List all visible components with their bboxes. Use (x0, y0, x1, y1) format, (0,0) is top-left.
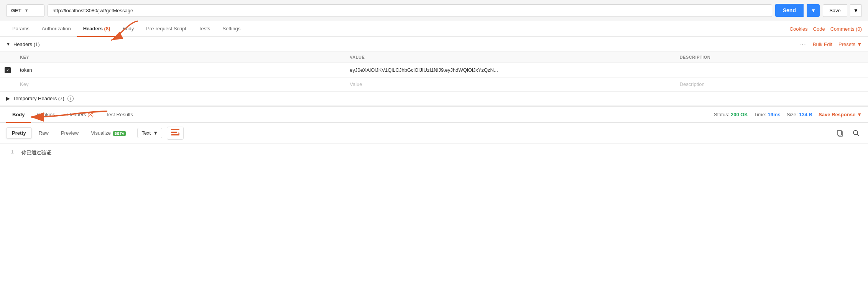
method-label: GET (11, 8, 21, 13)
response-tab-cookies[interactable]: Cookies (31, 107, 61, 123)
line-numbers: 1 (6, 149, 14, 156)
headers-table: KEY VALUE DESCRIPTION token eyJ0eXAiOiJK… (0, 52, 868, 91)
time-value: 19ms (768, 112, 781, 117)
format-label: Text (141, 130, 151, 136)
value-col-header: VALUE (345, 52, 675, 63)
format-chevron-icon: ▼ (153, 130, 158, 136)
code-content: 你已通过验证 (21, 149, 51, 156)
save-dropdown-button[interactable]: ▼ (850, 4, 862, 17)
presets-chevron-icon: ▼ (857, 41, 862, 47)
response-tab-test-results[interactable]: Test Results (100, 107, 139, 123)
row-key-cell[interactable]: token (15, 63, 345, 78)
comments-link[interactable]: Comments (0) (830, 26, 862, 32)
table-row-placeholder: Key Value Description (0, 77, 868, 91)
tab-params[interactable]: Params (6, 21, 36, 37)
code-line: 你已通过验证 (21, 149, 51, 156)
url-input[interactable] (48, 4, 772, 17)
line-number: 1 (6, 149, 14, 155)
code-link[interactable]: Code (813, 26, 825, 32)
status-value: 200 OK (731, 112, 748, 117)
collapse-arrow-icon[interactable]: ▼ (6, 42, 10, 46)
section-actions: ··· Bulk Edit Presets ▼ (799, 41, 862, 48)
key-col-header: KEY (15, 52, 345, 63)
svg-rect-1 (171, 129, 179, 130)
desc-col-header: DESCRIPTION (675, 52, 868, 63)
table-row: token eyJ0eXAiOiJKV1QiLCJhbGciOiJIUzI1Ni… (0, 63, 868, 78)
content-tab-pretty[interactable]: Pretty (6, 127, 32, 139)
response-status: Status: 200 OK Time: 19ms Size: 134 B Sa… (714, 112, 862, 117)
placeholder-desc-cell[interactable]: Description (675, 77, 868, 91)
cookies-link[interactable]: Cookies (790, 26, 808, 32)
url-bar: GET ▼ Send ▼ Save ▼ (0, 0, 868, 21)
table-header-row: KEY VALUE DESCRIPTION (0, 52, 868, 63)
send-button[interactable]: Send (775, 4, 804, 17)
tab-tests[interactable]: Tests (192, 21, 216, 37)
method-chevron-icon: ▼ (25, 8, 29, 13)
wrap-button[interactable] (167, 127, 184, 140)
content-tabs-right (834, 127, 862, 139)
save-response-button[interactable]: Save Response ▼ (819, 112, 862, 117)
content-tabs-bar: Pretty Raw Preview Visualize BETA Text ▼ (0, 123, 868, 144)
temp-headers-title: Temporary Headers (7) (13, 96, 64, 101)
placeholder-key-cell[interactable]: Key (15, 77, 345, 91)
checkbox-checked[interactable] (5, 67, 11, 73)
beta-badge: BETA (113, 131, 126, 136)
headers-section-title: Headers (1) (13, 41, 40, 47)
content-tab-preview[interactable]: Preview (56, 128, 84, 138)
save-response-chevron-icon: ▼ (857, 112, 862, 117)
tab-body[interactable]: Body (117, 21, 140, 37)
size-value: 134 B (799, 112, 812, 117)
tab-settings[interactable]: Settings (216, 21, 247, 37)
row-desc-cell[interactable] (675, 63, 868, 78)
code-area: 1 你已通过验证 (0, 144, 868, 162)
tabs-right: Cookies Code Comments (0) (790, 26, 862, 32)
placeholder-checkbox-cell (0, 77, 15, 91)
temp-headers-section: ▶ Temporary Headers (7) i (0, 91, 868, 106)
checkbox-col-header (0, 52, 15, 63)
content-tab-visualize[interactable]: Visualize BETA (85, 128, 131, 138)
content-tab-raw[interactable]: Raw (33, 128, 54, 138)
row-value-cell[interactable]: eyJ0eXAiOiJKV1QiLCJhbGciOiJIUzI1NiJ9.eyJ… (345, 63, 675, 78)
headers-section-header: ▼ Headers (1) ··· Bulk Edit Presets ▼ (0, 37, 868, 52)
headers-section: ▼ Headers (1) ··· Bulk Edit Presets ▼ KE… (0, 37, 868, 106)
method-selector[interactable]: GET ▼ (6, 4, 44, 17)
response-tab-headers[interactable]: Headers (3) (61, 107, 100, 123)
tab-headers[interactable]: Headers (8) (77, 21, 117, 37)
presets-button[interactable]: Presets ▼ (838, 41, 862, 47)
placeholder-value-cell[interactable]: Value (345, 77, 675, 91)
svg-rect-5 (837, 130, 842, 135)
tab-authorization[interactable]: Authorization (36, 21, 77, 37)
response-tabs-bar: Body Cookies Headers (3) Test Results St… (0, 107, 868, 123)
info-icon[interactable]: i (67, 96, 74, 102)
tab-pre-request[interactable]: Pre-request Script (140, 21, 192, 37)
more-options-icon[interactable]: ··· (799, 41, 806, 48)
response-tab-body[interactable]: Body (6, 107, 31, 123)
svg-line-7 (857, 134, 859, 136)
format-selector[interactable]: Text ▼ (137, 128, 162, 138)
temp-headers-arrow-icon[interactable]: ▶ (6, 96, 10, 101)
svg-rect-2 (171, 132, 177, 133)
search-icon[interactable] (850, 127, 862, 139)
copy-icon[interactable] (834, 127, 846, 139)
bulk-edit-button[interactable]: Bulk Edit (813, 41, 832, 47)
send-dropdown-button[interactable]: ▼ (807, 4, 820, 17)
row-checkbox-cell[interactable] (0, 63, 15, 78)
request-tabs-bar: Params Authorization Headers (8) Body Pr… (0, 21, 868, 37)
response-panel: Body Cookies Headers (3) Test Results St… (0, 107, 868, 297)
save-button[interactable]: Save (823, 4, 847, 17)
